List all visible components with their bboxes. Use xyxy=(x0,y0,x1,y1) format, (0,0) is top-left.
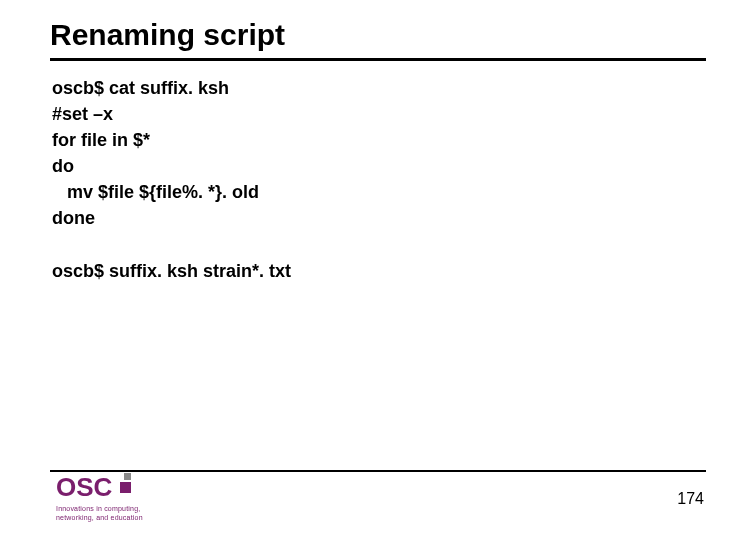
code-line-1: oscb$ cat suffix. ksh xyxy=(52,75,706,101)
logo-tagline-2: networking, and education xyxy=(56,514,143,522)
code-line-5: mv $file ${file%. *}. old xyxy=(52,179,706,205)
logo-text: OSC xyxy=(56,472,112,503)
page-number: 174 xyxy=(677,490,704,508)
logo-square-small xyxy=(124,473,131,480)
code-line-4: do xyxy=(52,153,706,179)
slide-container: Renaming script oscb$ cat suffix. ksh #s… xyxy=(0,0,756,540)
logo-tagline-1: Innovations in computing, xyxy=(56,505,143,513)
slide-title: Renaming script xyxy=(50,18,706,58)
logo-mark-icon xyxy=(113,473,131,497)
footer-rule xyxy=(50,470,706,472)
code-line-7: oscb$ suffix. ksh strain*. txt xyxy=(52,258,706,284)
code-line-6: done xyxy=(52,205,706,231)
code-block: oscb$ cat suffix. ksh #set –x for file i… xyxy=(50,75,706,284)
title-underline xyxy=(50,58,706,61)
logo-square-large xyxy=(120,482,131,493)
code-spacer xyxy=(52,232,706,258)
code-line-3: for file in $* xyxy=(52,127,706,153)
logo: OSC Innovations in computing, networking… xyxy=(56,472,143,522)
logo-row: OSC xyxy=(56,472,143,503)
code-line-2: #set –x xyxy=(52,101,706,127)
